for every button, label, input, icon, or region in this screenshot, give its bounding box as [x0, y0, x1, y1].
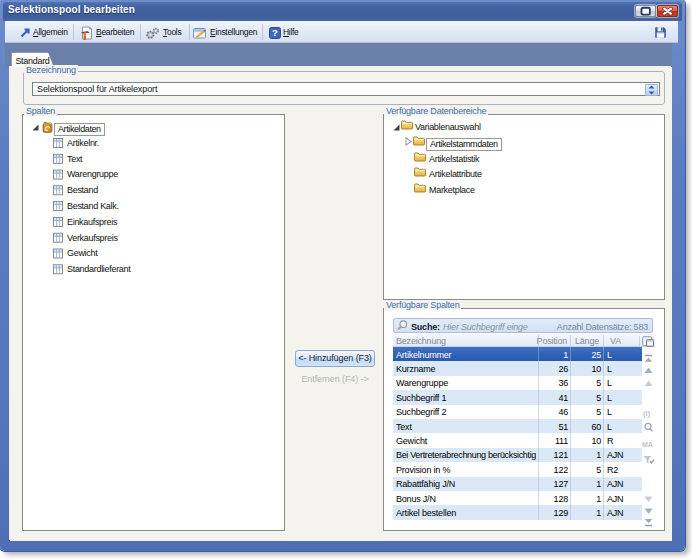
svg-text:?: ? — [272, 27, 278, 38]
